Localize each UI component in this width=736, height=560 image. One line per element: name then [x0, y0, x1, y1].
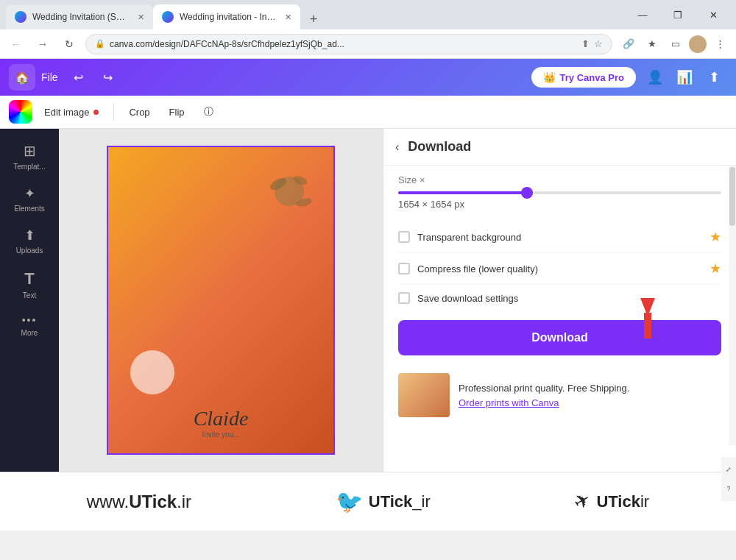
- design-overlay: Claide Invite you...: [108, 147, 333, 453]
- compress-option-row: Compress file (lower quality) ★: [398, 253, 721, 285]
- compress-checkbox[interactable]: [398, 263, 410, 274]
- maximize-button[interactable]: ❐: [661, 4, 695, 26]
- sidebar-item-text[interactable]: T Text: [4, 263, 54, 305]
- slider-fill: [398, 191, 528, 194]
- home-button[interactable]: 🏠: [9, 64, 35, 91]
- extensions-btn[interactable]: 🔗: [618, 34, 639, 54]
- profile-avatar[interactable]: [689, 35, 707, 53]
- file-menu[interactable]: File: [41, 71, 58, 83]
- lock-icon: 🔒: [95, 39, 105, 49]
- compress-option-left: Compress file (lower quality): [398, 263, 538, 274]
- save-settings-option-row: Save download settings: [398, 285, 721, 311]
- panel-content: Size × 1654 × 1654 px Transparent backgr…: [383, 166, 736, 472]
- share-button[interactable]: ⬆: [701, 64, 727, 91]
- canva-icon-2: [162, 11, 174, 23]
- slider-container[interactable]: [398, 191, 721, 194]
- minimize-button[interactable]: —: [626, 4, 659, 26]
- toolbar-divider-1: [113, 103, 114, 121]
- address-input[interactable]: 🔒 canva.com/design/DAFCcNAp-8s/srCfhdpel…: [85, 34, 612, 54]
- redo-button[interactable]: ↪: [96, 65, 120, 89]
- analytics-button[interactable]: 📊: [671, 64, 698, 91]
- watermark-website-text: www.UTick.ir: [87, 492, 191, 511]
- more-label: More: [21, 329, 38, 337]
- sidebar: ⊞ Templat... ✦ Elements ⬆ Uploads T Text…: [0, 129, 59, 472]
- slider-track: [398, 191, 721, 194]
- canvas-design[interactable]: Claide Invite you...: [107, 146, 335, 455]
- sidebar-item-uploads[interactable]: ⬆ Uploads: [4, 221, 54, 260]
- design-name-text: Claide: [194, 407, 249, 430]
- watermark-telegram: ✈ UTickir: [574, 490, 649, 513]
- panel-scrollbar[interactable]: [729, 166, 736, 445]
- add-people-button[interactable]: 👤: [642, 64, 668, 91]
- browser-titlebar: Wedding Invitation (Square) ✕ Wedding in…: [0, 0, 736, 29]
- save-settings-checkbox[interactable]: [398, 292, 410, 304]
- transparent-premium-icon: ★: [710, 229, 721, 245]
- watermark-telegram-handle: UTickir: [596, 492, 649, 511]
- app-header: 🏠 File ↩ ↪ 👑 Try Canva Pro 👤 📊 ⬆: [0, 59, 736, 96]
- refresh-button[interactable]: ↻: [59, 34, 79, 54]
- uploads-label: Uploads: [16, 247, 43, 255]
- tabs-row: Wedding Invitation (Square) ✕ Wedding in…: [6, 0, 623, 29]
- forward-button[interactable]: →: [32, 34, 53, 54]
- close-window-button[interactable]: ✕: [696, 4, 730, 26]
- panel-back-button[interactable]: ‹: [395, 141, 399, 154]
- crop-label: Crop: [129, 107, 149, 118]
- uploads-icon: ⬆: [24, 227, 35, 244]
- corner-expand-icon[interactable]: ⤢: [726, 466, 732, 473]
- transparent-checkbox[interactable]: [398, 231, 410, 243]
- save-settings-option-left: Save download settings: [398, 292, 518, 304]
- color-swatch[interactable]: [9, 100, 32, 124]
- templates-icon: ⊞: [24, 142, 36, 160]
- window-controls: — ❐ ✕: [626, 4, 730, 26]
- tab-1-close[interactable]: ✕: [138, 13, 144, 22]
- size-label: Size ×: [398, 174, 721, 185]
- corner-help-icon[interactable]: ?: [726, 485, 730, 492]
- download-button-container: Download: [398, 320, 721, 355]
- bookmark-icon: ☆: [594, 38, 603, 49]
- canva-icon-1: [15, 11, 26, 23]
- design-sub-text: Invite you...: [202, 430, 239, 439]
- compress-premium-icon: ★: [710, 260, 721, 277]
- more-icon: •••: [22, 314, 38, 326]
- crown-icon: 👑: [543, 71, 556, 83]
- panel-header: ‹ Download: [383, 129, 736, 166]
- address-actions: 🔗 ★ ▭ ⋮: [618, 34, 730, 54]
- new-tab-button[interactable]: +: [303, 9, 324, 29]
- watermark-website: www.UTick.ir: [87, 492, 191, 512]
- sidebar-item-templates[interactable]: ⊞ Templat...: [4, 136, 54, 177]
- transparent-option-left: Transparent background: [398, 231, 521, 243]
- scrollbar-thumb[interactable]: [729, 167, 735, 226]
- text-label: Text: [23, 291, 36, 300]
- watermark-twitter-handle: UTick_ir: [369, 492, 431, 511]
- browser-menu-btn[interactable]: ⋮: [710, 34, 730, 54]
- split-view-btn[interactable]: ▭: [665, 34, 686, 54]
- twitter-icon: 🐦: [336, 489, 363, 514]
- try-pro-button[interactable]: 👑 Try Canva Pro: [531, 67, 636, 88]
- sidebar-item-elements[interactable]: ✦ Elements: [4, 180, 54, 219]
- flip-button[interactable]: Flip: [162, 104, 192, 121]
- download-button[interactable]: Download: [398, 320, 721, 355]
- order-prints-link[interactable]: Order prints with Canva: [459, 397, 559, 408]
- tab-2-close[interactable]: ✕: [285, 13, 291, 22]
- try-pro-label: Try Canva Pro: [560, 72, 624, 83]
- back-button[interactable]: ←: [6, 34, 26, 54]
- slider-thumb[interactable]: [521, 187, 533, 199]
- telegram-icon: ✈: [570, 488, 595, 516]
- print-card: Professional print quality. Free Shippin…: [398, 364, 721, 426]
- undo-button[interactable]: ↩: [67, 65, 91, 89]
- header-action-buttons: 👤 📊 ⬆: [642, 64, 727, 91]
- info-button[interactable]: ⓘ: [197, 102, 221, 121]
- tab-2[interactable]: Wedding invitation - Invitation ( ✕: [153, 4, 300, 29]
- crop-button[interactable]: Crop: [121, 104, 157, 121]
- watermark-twitter: 🐦 UTick_ir: [336, 489, 431, 514]
- address-bar-row: ← → ↻ 🔒 canva.com/design/DAFCcNAp-8s/srC…: [0, 29, 736, 59]
- print-thumbnail: [398, 373, 450, 417]
- watermark-bar: www.UTick.ir 🐦 UTick_ir ✈ UTickir ⤢ ?: [0, 472, 736, 531]
- text-icon: T: [24, 269, 34, 288]
- tab-2-label: Wedding invitation - Invitation (: [180, 12, 276, 22]
- sidebar-item-more[interactable]: ••• More: [4, 308, 54, 343]
- dimension-text: 1654 × 1654 px: [398, 199, 721, 210]
- edit-image-button[interactable]: Edit image: [37, 104, 106, 121]
- tab-1[interactable]: Wedding Invitation (Square) ✕: [6, 4, 153, 29]
- extensions-star-btn[interactable]: ★: [642, 34, 662, 54]
